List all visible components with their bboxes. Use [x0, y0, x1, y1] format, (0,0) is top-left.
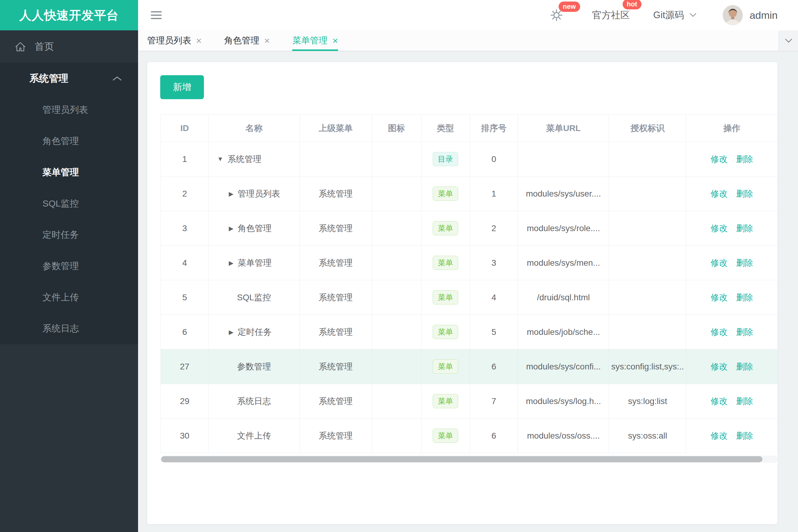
community-link[interactable]: 官方社区 hot: [592, 9, 630, 21]
new-badge: new: [559, 1, 580, 12]
user-menu[interactable]: admin: [723, 5, 778, 25]
column-header: 排序号: [470, 115, 518, 142]
git-source-dropdown[interactable]: Git源码: [653, 9, 697, 21]
sidebar-item-system-log[interactable]: 系统日志: [0, 313, 138, 344]
add-button[interactable]: 新增: [160, 75, 204, 99]
scrollbar-thumb[interactable]: [161, 456, 762, 462]
edit-link[interactable]: 修改: [711, 361, 728, 373]
cell-ops: 修改删除: [686, 142, 778, 176]
cell-parent-menu: [300, 142, 372, 176]
edit-link[interactable]: 修改: [711, 396, 728, 407]
delete-link[interactable]: 删除: [736, 223, 753, 234]
table-row: 27参数管理系统管理菜单6modules/sys/confi...sys:con…: [161, 349, 778, 384]
type-badge: 菜单: [433, 290, 458, 305]
delete-link[interactable]: 删除: [736, 396, 753, 407]
tabs-overflow-button[interactable]: [779, 30, 798, 51]
chevron-down-icon: [785, 38, 793, 43]
cell-name: SQL监控: [209, 280, 300, 315]
cell-ops: 修改删除: [686, 176, 778, 211]
cell-name: 参数管理: [209, 349, 300, 384]
sidebar-item-menu-mgmt[interactable]: 菜单管理: [0, 157, 138, 188]
edit-link[interactable]: 修改: [711, 430, 728, 442]
edit-link[interactable]: 修改: [711, 223, 728, 234]
cell-id: 5: [161, 280, 209, 315]
edit-link[interactable]: 修改: [711, 188, 728, 200]
menu-name: 管理员列表: [238, 188, 280, 200]
delete-link[interactable]: 删除: [736, 326, 753, 338]
cell-name: ▶菜单管理: [209, 246, 300, 280]
cell-name: ▼系统管理: [209, 142, 300, 176]
cell-type: 菜单: [422, 176, 470, 211]
table-row: 5SQL监控系统管理菜单4/druid/sql.html修改删除: [161, 280, 778, 315]
sidebar-item-sql-monitor[interactable]: SQL监控: [0, 188, 138, 219]
tab-menu-mgmt[interactable]: 菜单管理 ×: [292, 30, 338, 51]
collapse-arrow-icon[interactable]: ▼: [217, 156, 223, 163]
cell-auth: [609, 211, 686, 246]
edit-link[interactable]: 修改: [711, 257, 728, 269]
expand-arrow-icon[interactable]: ▶: [229, 225, 233, 232]
close-icon[interactable]: ×: [264, 36, 270, 45]
delete-link[interactable]: 删除: [736, 430, 753, 442]
cell-id: 1: [161, 142, 209, 176]
cell-type: 菜单: [422, 349, 470, 384]
tab-role-mgmt[interactable]: 角色管理 ×: [224, 30, 270, 51]
type-badge: 菜单: [433, 187, 458, 201]
cell-auth: [609, 246, 686, 280]
header-actions: new 官方社区 hot Git源码: [550, 0, 778, 30]
cell-order: 0: [470, 142, 518, 176]
sidebar-item-param-mgmt[interactable]: 参数管理: [0, 250, 138, 282]
sidebar-item-file-upload[interactable]: 文件上传: [0, 282, 138, 313]
table-row: 1▼系统管理目录0修改删除: [161, 142, 778, 176]
edit-link[interactable]: 修改: [711, 153, 728, 165]
sidebar-group-toggle[interactable]: 系统管理: [0, 63, 138, 94]
cell-order: 7: [470, 384, 518, 419]
sidebar-item-home[interactable]: 首页: [0, 30, 138, 63]
sidebar: 首页 系统管理 管理员列表角色管理菜单管理SQL监控定时任务参数管理文件上传系统…: [0, 30, 138, 532]
sidebar-item-scheduled-tasks[interactable]: 定时任务: [0, 219, 138, 250]
column-header: 类型: [422, 115, 470, 142]
type-badge: 菜单: [433, 256, 458, 270]
delete-link[interactable]: 删除: [736, 257, 753, 269]
edit-link[interactable]: 修改: [711, 326, 728, 338]
edit-link[interactable]: 修改: [711, 292, 728, 303]
cell-icon: [372, 384, 422, 419]
sidebar-item-admin-list[interactable]: 管理员列表: [0, 94, 138, 126]
tab-bar: 管理员列表 × 角色管理 × 菜单管理 ×: [138, 30, 798, 51]
cell-name: 文件上传: [209, 419, 300, 453]
cell-icon: [372, 246, 422, 280]
expand-arrow-icon[interactable]: ▶: [229, 328, 233, 336]
close-icon[interactable]: ×: [196, 36, 202, 45]
cell-type: 菜单: [422, 280, 470, 315]
top-header: new 官方社区 hot Git源码: [138, 0, 798, 30]
delete-link[interactable]: 删除: [736, 153, 753, 165]
menu-management-panel: 新增 ID名称上级菜单图标类型排序号菜单URL授权标识操作 1▼系统管理目录0修…: [147, 62, 777, 524]
cell-name: ▶角色管理: [209, 211, 300, 246]
sidebar-group-label: 系统管理: [30, 72, 68, 85]
sidebar-item-role-mgmt[interactable]: 角色管理: [0, 126, 138, 157]
cell-parent-menu: 系统管理: [300, 280, 372, 315]
cell-auth: [609, 142, 686, 176]
username: admin: [749, 10, 778, 21]
expand-arrow-icon[interactable]: ▶: [229, 259, 233, 267]
cell-icon: [372, 349, 422, 384]
delete-link[interactable]: 删除: [736, 361, 753, 373]
menu-toggle-button[interactable]: [151, 9, 162, 21]
table-row: 4▶菜单管理系统管理菜单3modules/sys/men...修改删除: [161, 246, 778, 280]
table-row: 30文件上传系统管理菜单6modules/oss/oss....sys:oss:…: [161, 419, 778, 453]
type-badge: 菜单: [433, 325, 458, 339]
cell-id: 6: [161, 315, 209, 349]
type-badge: 目录: [433, 152, 458, 167]
delete-link[interactable]: 删除: [736, 188, 753, 200]
close-icon[interactable]: ×: [332, 36, 338, 45]
cell-icon: [372, 142, 422, 176]
cell-parent-menu: 系统管理: [300, 384, 372, 419]
expand-arrow-icon[interactable]: ▶: [229, 190, 233, 197]
tab-admin-list[interactable]: 管理员列表 ×: [147, 30, 202, 51]
cell-menu-url: modules/sys/log.h...: [518, 384, 609, 419]
cell-menu-url: modules/sys/user....: [518, 176, 609, 211]
delete-link[interactable]: 删除: [736, 292, 753, 303]
cell-icon: [372, 419, 422, 453]
cell-ops: 修改删除: [686, 349, 778, 384]
settings-button[interactable]: new: [550, 9, 563, 21]
cell-auth: sys:log:list: [609, 384, 686, 419]
